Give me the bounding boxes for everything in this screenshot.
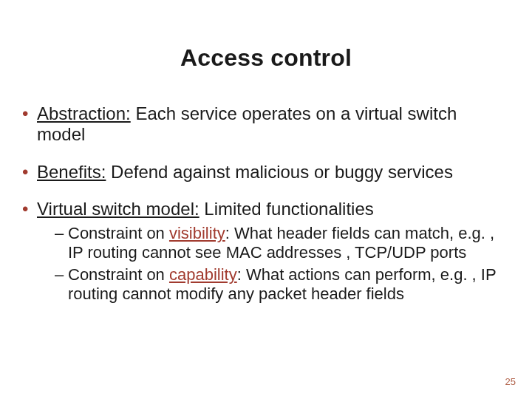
sub-bullet-item: Constraint on capability: What actions c…	[55, 265, 510, 304]
bullet-item: Benefits: Defend against malicious or bu…	[21, 162, 510, 183]
bullet-text: Defend against malicious or buggy servic…	[106, 162, 453, 182]
sub-bullet-list: Constraint on visibility: What header fi…	[37, 224, 510, 304]
bullet-list: Abstraction: Each service operates on a …	[21, 103, 510, 304]
sub-bullet-prefix: Constraint on	[68, 265, 169, 284]
bullet-item: Virtual switch model: Limited functional…	[21, 199, 510, 304]
sub-bullet-item: Constraint on visibility: What header fi…	[55, 224, 510, 262]
slide: Access control Abstraction: Each service…	[0, 0, 532, 399]
sub-bullet-keyword: visibility	[169, 224, 225, 242]
bullet-lead: Virtual switch model:	[37, 199, 200, 219]
slide-body: Abstraction: Each service operates on a …	[21, 103, 510, 304]
page-number: 25	[505, 376, 516, 387]
bullet-text: Limited functionalities	[200, 199, 374, 219]
bullet-lead: Abstraction:	[37, 103, 131, 123]
sub-bullet-keyword: capability	[169, 265, 237, 284]
bullet-lead: Benefits:	[37, 162, 106, 182]
sub-bullet-prefix: Constraint on	[68, 224, 169, 242]
bullet-item: Abstraction: Each service operates on a …	[21, 103, 510, 146]
slide-title: Access control	[0, 44, 532, 72]
